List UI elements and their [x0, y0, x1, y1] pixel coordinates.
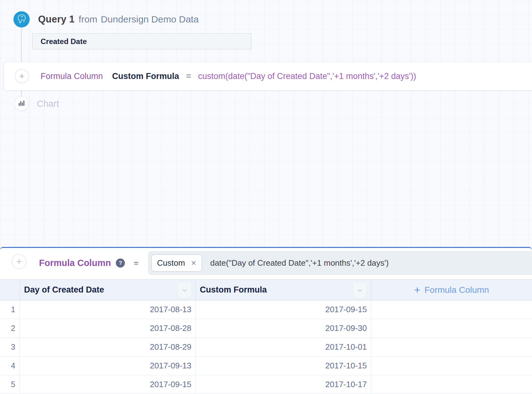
editor-equals: = [134, 258, 138, 268]
day-of-created-date-value: 2017-08-28 [150, 323, 195, 333]
row-number: 1 [11, 305, 20, 314]
add-step-icon[interactable]: + [15, 69, 29, 83]
table-row: 2 2017-08-28 2017-09-30 [0, 319, 532, 338]
custom-formula-chip[interactable]: Custom ✕ [151, 254, 202, 272]
formula-step-name: Custom Formula [112, 71, 179, 81]
query-field-created-date[interactable]: Created Date [32, 33, 251, 49]
plus-icon: + [414, 284, 421, 296]
chart-step-node[interactable] [14, 96, 29, 111]
row-number: 3 [11, 342, 20, 352]
formula-column-step[interactable]: + Formula Column Custom Formula = custom… [4, 62, 532, 91]
table-header-row: Day of Created Date Custom Formula + [0, 279, 532, 300]
column-menu-button[interactable] [353, 282, 367, 298]
column-header-day-of-created-date: Day of Created Date [20, 280, 195, 300]
row-number: 2 [11, 324, 20, 333]
formula-step-equals: = [186, 71, 191, 81]
empty-cell [371, 300, 532, 319]
table-row: 1 2017-08-13 2017-09-15 [0, 300, 532, 319]
query-title: Query 1 [38, 14, 75, 25]
custom-formula-value: 2017-10-01 [325, 342, 371, 352]
query-header: Query 1 from Dundersign Demo Data [38, 11, 199, 27]
table-row: 4 2017-09-13 2017-10-15 [0, 357, 532, 375]
custom-formula-value: 2017-09-15 [325, 305, 371, 314]
empty-cell [371, 357, 532, 375]
custom-formula-value: 2017-10-15 [325, 361, 371, 371]
day-of-created-date-value: 2017-08-29 [150, 342, 195, 352]
custom-formula-value: 2017-10-17 [325, 380, 371, 389]
chevron-down-icon [357, 287, 363, 294]
results-table: Day of Created Date Custom Formula + [0, 279, 532, 394]
help-icon[interactable]: ? [116, 259, 125, 268]
editor-formula-column-label: Formula Column [39, 258, 111, 268]
empty-cell [371, 338, 532, 356]
query-data-source[interactable]: Dundersign Demo Data [101, 14, 199, 25]
column-menu-button[interactable] [177, 282, 192, 298]
chip-label: Custom [157, 258, 185, 268]
formula-step-text: Formula Column Custom Formula = custom(d… [41, 71, 416, 81]
formula-step-label: Formula Column [41, 71, 103, 81]
formula-editor-row: + Formula Column ? = Custom ✕ date("Day … [0, 248, 532, 279]
day-of-created-date-value: 2017-09-13 [150, 361, 195, 371]
formula-input[interactable]: Custom ✕ date("Day of Created Date",'+1 … [148, 251, 532, 275]
day-of-created-date-value: 2017-09-15 [150, 380, 195, 389]
add-formula-icon[interactable]: + [12, 254, 27, 269]
row-number: 4 [11, 361, 20, 370]
close-icon[interactable]: ✕ [191, 259, 197, 267]
column-header-custom-formula: Custom Formula [195, 280, 371, 300]
postgres-source-node[interactable] [13, 11, 30, 27]
day-of-created-date-value: 2017-08-13 [150, 305, 195, 314]
formula-step-expression: custom(date("Day of Created Date",'+1 mo… [198, 71, 416, 81]
chevron-down-icon [181, 287, 188, 294]
row-number-header [0, 280, 20, 300]
formula-expression-text[interactable]: date("Day of Created Date",'+1 months','… [210, 258, 389, 268]
row-number: 5 [11, 380, 20, 389]
query-field-label: Created Date [41, 37, 87, 46]
empty-cell [371, 319, 532, 337]
table-row: 5 2017-09-15 2017-10-17 [0, 375, 532, 394]
query-from-label: from [79, 14, 97, 25]
bar-chart-icon [18, 99, 25, 108]
table-row: 3 2017-08-29 2017-10-01 [0, 338, 532, 357]
postgres-elephant-icon [16, 13, 27, 25]
custom-formula-value: 2017-09-30 [325, 323, 371, 333]
column-header-add-formula-column: + Formula Column [371, 280, 532, 300]
chart-step-label: Chart [37, 96, 59, 111]
formula-editor-panel: + Formula Column ? = Custom ✕ date("Day … [0, 247, 532, 394]
empty-cell [371, 375, 532, 394]
add-formula-column-link[interactable]: + Formula Column [371, 284, 532, 296]
